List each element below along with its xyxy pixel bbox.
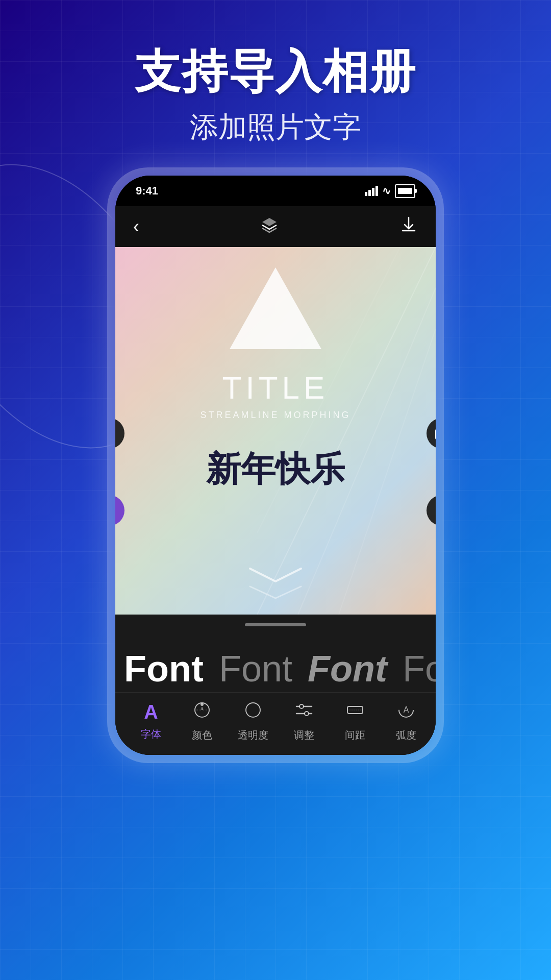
back-button[interactable]: ‹ [133,216,139,237]
status-icons: ∿ [365,184,415,198]
bottom-panel: Font Font Font Font F [115,615,436,755]
tool-adjust[interactable]: 调整 [279,700,330,742]
wifi-icon: ∿ [382,185,391,197]
canvas-title-main: TITLE [200,370,350,406]
adjust-icon [294,700,314,724]
canvas-title-sub: STREAMLINE MORPHING [200,410,350,421]
edit-button[interactable] [115,495,124,526]
arc-label: 弧度 [396,728,416,742]
app-header: ‹ [115,206,436,247]
signal-icon [365,186,378,196]
font-label: 字体 [141,727,161,741]
phone-inner-screen: 9:41 ∿ [115,176,436,755]
font-item-1[interactable]: Font [217,650,294,687]
adjust-label: 调整 [294,728,314,742]
status-time: 9:41 [136,184,158,198]
svg-point-13 [201,703,204,706]
promo-text-area: 支持导入相册 添加照片文字 [135,41,416,147]
chinese-text-content[interactable]: 新年快乐 [206,446,345,493]
text-element[interactable]: ✕ 新年快乐 [206,446,345,493]
battery-icon [395,184,415,198]
phone-outer-shell: 9:41 ∿ [107,167,444,763]
svg-point-19 [299,704,304,708]
font-item-2[interactable]: Font [309,650,386,687]
svg-point-20 [305,712,309,716]
font-preview-1[interactable]: Font [219,650,292,687]
diagonal-lines [257,247,436,615]
spacing-label: 间距 [345,728,365,742]
svg-line-2 [339,329,436,615]
download-icon[interactable] [399,215,418,238]
tool-font[interactable]: A 字体 [126,701,177,741]
font-item-3[interactable]: Font [401,650,436,687]
promo-title: 支持导入相册 [135,41,416,103]
color-icon [192,700,212,724]
canvas-area: TITLE STREAMLINE MORPHING ✕ [115,247,436,615]
opacity-icon [243,700,263,724]
home-bar [245,623,306,626]
canvas-title-block: TITLE STREAMLINE MORPHING [200,370,350,421]
color-label: 颜色 [192,728,212,742]
arc-icon: A [396,700,416,724]
close-button[interactable]: ✕ [115,418,124,449]
promo-subtitle: 添加照片文字 [135,108,416,147]
chevron-decoration [245,564,306,599]
phone-mockup: 9:41 ∿ [107,167,444,763]
font-item-0[interactable]: Font [126,650,202,687]
tool-opacity[interactable]: 透明度 [228,700,279,742]
font-preview-3[interactable]: Font [403,650,436,687]
tool-color[interactable]: 颜色 [177,700,228,742]
font-selector[interactable]: Font Font Font Font F [115,635,436,692]
spacing-icon [345,700,365,724]
font-icon: A [144,701,158,723]
font-preview-0[interactable]: Font [124,650,204,687]
tool-spacing[interactable]: 间距 [330,700,381,742]
svg-point-16 [246,703,260,717]
svg-text:A: A [404,705,409,714]
bottom-toolbar: A 字体 颜 [115,692,436,755]
home-indicator [115,615,436,635]
tool-arc[interactable]: A 弧度 [381,700,432,742]
font-preview-2[interactable]: Font [308,650,387,687]
svg-line-0 [257,247,436,615]
layers-icon[interactable] [260,216,279,238]
opacity-label: 透明度 [238,728,268,742]
status-bar: 9:41 ∿ [115,176,436,206]
